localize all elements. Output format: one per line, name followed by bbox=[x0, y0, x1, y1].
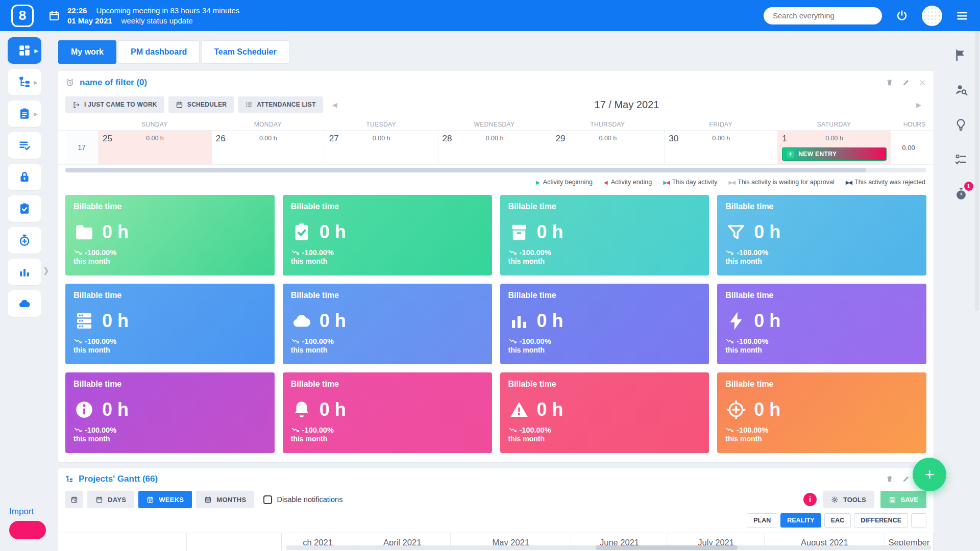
sidebar-item-structure[interactable]: ▶ bbox=[8, 69, 41, 95]
sidebar-item-reports[interactable] bbox=[8, 259, 41, 285]
card-title: Billable time bbox=[508, 202, 701, 211]
day-cell-29[interactable]: 290.00 h bbox=[551, 131, 664, 164]
card-title: Billable time bbox=[725, 291, 918, 300]
card-delta: -100.00% bbox=[737, 248, 768, 257]
billable-card-12: Billable time0 h-100.00%this month bbox=[717, 372, 926, 453]
search-input[interactable] bbox=[764, 7, 882, 24]
tab-team-scheduler[interactable]: Team Scheduler bbox=[201, 40, 289, 64]
mode-button-extra[interactable] bbox=[911, 513, 926, 528]
card-period: this month bbox=[725, 257, 762, 265]
weeks-button[interactable]: WEEKS bbox=[138, 491, 192, 508]
day-cell-1[interactable]: 10.00 h+NEW ENTRY bbox=[777, 131, 891, 164]
legend-label: This day activity bbox=[672, 179, 718, 186]
months-button[interactable]: MONTHS bbox=[196, 491, 254, 508]
archive-icon bbox=[508, 221, 530, 243]
trending-down-icon bbox=[725, 425, 734, 434]
legend-marker-rejected-icon: ▶◀ bbox=[846, 179, 851, 186]
day-cell-30[interactable]: 300.00 h bbox=[664, 131, 777, 164]
legend-item-waiting: ▶◀This activity is waiting for approval bbox=[729, 179, 835, 186]
day-cell-27[interactable]: 270.00 h bbox=[325, 131, 438, 164]
sidebar-item-security[interactable] bbox=[8, 164, 41, 190]
power-icon[interactable] bbox=[895, 9, 909, 22]
sidebar-expander-icon[interactable]: ❯ bbox=[43, 266, 50, 275]
tab-my-work[interactable]: My work bbox=[58, 40, 116, 64]
import-link[interactable]: Import bbox=[9, 507, 46, 517]
card-delta: -100.00% bbox=[737, 337, 768, 345]
card-delta: -100.00% bbox=[520, 426, 551, 434]
lightbulb-icon[interactable] bbox=[952, 116, 970, 133]
card-title: Billable time bbox=[508, 380, 701, 389]
timer-icon[interactable]: 1 bbox=[952, 185, 970, 203]
save-button[interactable]: SAVE bbox=[880, 491, 926, 508]
edit-pencil-icon[interactable] bbox=[902, 475, 910, 483]
sidebar-item-cloud[interactable] bbox=[8, 290, 41, 317]
import-button[interactable] bbox=[9, 521, 46, 539]
gantt-calendar-button[interactable] bbox=[65, 491, 83, 508]
flag-icon[interactable] bbox=[952, 46, 970, 64]
disable-notifications-option[interactable]: Disable notifications bbox=[263, 495, 342, 504]
eac-button[interactable]: EAC bbox=[824, 513, 851, 528]
close-icon[interactable] bbox=[918, 79, 926, 87]
attendance-list-button[interactable]: ATTENDANCE LIST bbox=[238, 96, 323, 113]
plan-button[interactable]: PLAN bbox=[747, 513, 777, 528]
checklist-icon[interactable] bbox=[952, 151, 970, 168]
sidebar-item-tasks[interactable] bbox=[8, 132, 41, 159]
sidebar-item-approvals[interactable] bbox=[8, 195, 41, 222]
scheduler-button[interactable]: SCHEDULER bbox=[168, 96, 234, 113]
trash-icon[interactable] bbox=[886, 79, 894, 87]
warning-triangle-icon bbox=[508, 399, 530, 420]
trending-down-icon bbox=[291, 425, 300, 434]
card-delta: -100.00% bbox=[302, 248, 334, 257]
next-week-arrow-icon[interactable]: ▶ bbox=[916, 101, 921, 109]
topbar-notifications[interactable]: 22:26Upcoming meeting in 83 hours 34 min… bbox=[67, 6, 239, 26]
day-cell-25[interactable]: 250.00 h bbox=[98, 131, 211, 164]
edit-pencil-icon[interactable] bbox=[902, 79, 910, 87]
trash-icon[interactable] bbox=[886, 475, 894, 483]
day-cell-28[interactable]: 280.00 h bbox=[438, 131, 551, 164]
gantt-name-column-header[interactable]: Name bbox=[58, 533, 187, 551]
user-search-icon[interactable] bbox=[952, 81, 970, 98]
i-just-came-to-work-button[interactable]: I JUST CAME TO WORK bbox=[65, 96, 164, 113]
legend-item-end: ◀Activity ending bbox=[604, 179, 652, 186]
days-button[interactable]: DAYS bbox=[87, 491, 134, 508]
gantt-priority-column-header[interactable]: Priority bbox=[187, 533, 282, 551]
app-logo[interactable]: 8 bbox=[11, 5, 34, 27]
gantt-widget-title[interactable]: Projects' Gantt (66) bbox=[79, 474, 158, 484]
day-cell-26[interactable]: 260.00 h bbox=[211, 131, 325, 164]
card-period: this month bbox=[291, 346, 328, 354]
tools-button[interactable]: TOOLS bbox=[823, 491, 874, 508]
folder-icon bbox=[74, 221, 95, 243]
filter-widget-title[interactable]: name of filter (0) bbox=[80, 78, 147, 88]
sidebar-item-dashboard[interactable]: ▶ bbox=[8, 37, 41, 64]
vertical-scrollbar[interactable] bbox=[975, 26, 979, 311]
calendar-period: 17 / May 2021 bbox=[342, 99, 911, 111]
card-value: 0 h bbox=[537, 399, 564, 420]
alarm-clock-icon bbox=[65, 78, 75, 87]
target-plus-icon bbox=[725, 399, 747, 420]
trending-down-icon bbox=[725, 337, 734, 345]
billable-card-1: Billable time0 h-100.00%this month bbox=[65, 195, 275, 276]
sidebar-item-timetracking[interactable] bbox=[8, 227, 41, 254]
gantt-mode-row: PLAN REALITY EAC DIFFERENCE bbox=[58, 513, 934, 533]
sidebar-item-board[interactable]: ▶ bbox=[8, 101, 41, 127]
calendar-scrollbar[interactable] bbox=[65, 168, 926, 172]
info-icon[interactable]: i bbox=[803, 493, 817, 506]
legend-item-begin: ▶Activity beginning bbox=[536, 179, 593, 186]
card-period: this month bbox=[74, 346, 110, 354]
add-button[interactable]: + bbox=[913, 458, 946, 491]
horizontal-scrollbar[interactable] bbox=[286, 545, 932, 550]
hamburger-menu-icon[interactable] bbox=[955, 9, 969, 22]
topbar-date: 01 May 2021 bbox=[67, 16, 112, 25]
avatar[interactable] bbox=[922, 6, 942, 26]
difference-button[interactable]: DIFFERENCE bbox=[854, 513, 908, 528]
billable-card-4: Billable time0 h-100.00%this month bbox=[717, 195, 926, 276]
button-label: DAYS bbox=[108, 496, 126, 504]
disable-notifications-checkbox[interactable] bbox=[263, 495, 272, 504]
button-label: SCHEDULER bbox=[187, 101, 227, 108]
prev-week-arrow-icon[interactable]: ◀ bbox=[332, 101, 337, 109]
card-title: Billable time bbox=[508, 291, 701, 300]
tab-pm-dashboard[interactable]: PM dashboard bbox=[118, 40, 200, 64]
card-title: Billable time bbox=[291, 291, 484, 300]
reality-button[interactable]: REALITY bbox=[780, 513, 821, 528]
new-entry-button[interactable]: +NEW ENTRY bbox=[782, 147, 887, 161]
